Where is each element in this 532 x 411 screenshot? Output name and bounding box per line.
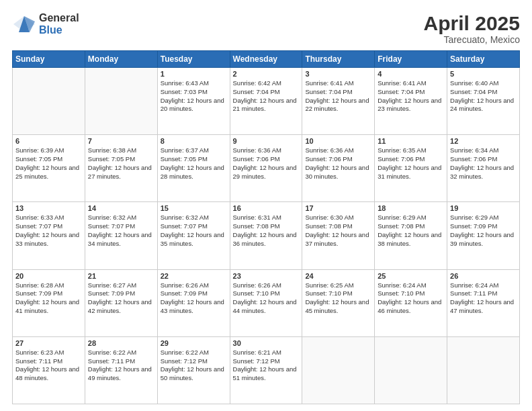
calendar-cell: 6Sunrise: 6:39 AM Sunset: 7:05 PM Daylig… [13,135,85,202]
calendar-cell [447,336,520,404]
day-info: Sunrise: 6:31 AM Sunset: 7:08 PM Dayligh… [233,214,300,248]
day-number: 4 [378,70,444,78]
calendar-cell: 29Sunrise: 6:22 AM Sunset: 7:12 PM Dayli… [157,336,230,404]
day-info: Sunrise: 6:22 AM Sunset: 7:11 PM Dayligh… [88,349,154,383]
day-info: Sunrise: 6:36 AM Sunset: 7:06 PM Dayligh… [305,146,371,181]
calendar-cell: 3Sunrise: 6:41 AM Sunset: 7:04 PM Daylig… [302,68,375,135]
calendar-cell: 17Sunrise: 6:30 AM Sunset: 7:08 PM Dayli… [302,202,375,269]
day-number: 12 [450,137,517,145]
day-info: Sunrise: 6:21 AM Sunset: 7:12 PM Dayligh… [233,349,300,383]
calendar-cell [85,68,157,135]
calendar-cell: 12Sunrise: 6:34 AM Sunset: 7:06 PM Dayli… [447,135,520,202]
day-of-week-header: Thursday [302,51,375,68]
header: General Blue April 2025 Tarecuato, Mexic… [12,12,520,45]
day-info: Sunrise: 6:39 AM Sunset: 7:05 PM Dayligh… [15,146,82,181]
day-number: 18 [378,204,444,212]
day-info: Sunrise: 6:37 AM Sunset: 7:05 PM Dayligh… [161,146,227,181]
day-number: 13 [15,204,82,212]
calendar-cell: 10Sunrise: 6:36 AM Sunset: 7:06 PM Dayli… [302,135,375,202]
day-of-week-header: Saturday [447,51,520,68]
day-number: 19 [450,204,517,212]
day-info: Sunrise: 6:43 AM Sunset: 7:03 PM Dayligh… [161,79,227,113]
calendar-cell: 21Sunrise: 6:27 AM Sunset: 7:09 PM Dayli… [85,269,157,336]
day-number: 22 [161,272,227,280]
day-number: 1 [161,70,227,78]
day-number: 28 [88,339,154,347]
day-info: Sunrise: 6:27 AM Sunset: 7:09 PM Dayligh… [88,281,154,316]
day-number: 26 [450,272,517,280]
day-number: 20 [15,272,82,280]
day-info: Sunrise: 6:34 AM Sunset: 7:06 PM Dayligh… [450,146,517,181]
day-number: 30 [233,339,300,347]
day-info: Sunrise: 6:32 AM Sunset: 7:07 PM Dayligh… [88,214,154,248]
calendar-week-row: 20Sunrise: 6:28 AM Sunset: 7:09 PM Dayli… [13,269,520,336]
calendar-cell: 18Sunrise: 6:29 AM Sunset: 7:08 PM Dayli… [375,202,447,269]
calendar-cell: 28Sunrise: 6:22 AM Sunset: 7:11 PM Dayli… [85,336,157,404]
subtitle: Tarecuato, Mexico [424,34,520,45]
day-number: 10 [305,137,371,145]
logo-blue: Blue [39,24,79,36]
calendar-cell: 22Sunrise: 6:26 AM Sunset: 7:09 PM Dayli… [157,269,230,336]
day-number: 8 [161,137,227,145]
day-info: Sunrise: 6:26 AM Sunset: 7:09 PM Dayligh… [161,281,227,316]
calendar-cell: 4Sunrise: 6:41 AM Sunset: 7:04 PM Daylig… [375,68,447,135]
day-number: 7 [88,137,154,145]
calendar-cell: 16Sunrise: 6:31 AM Sunset: 7:08 PM Dayli… [230,202,302,269]
logo-general: General [39,12,79,24]
calendar-week-row: 1Sunrise: 6:43 AM Sunset: 7:03 PM Daylig… [13,68,520,135]
calendar-week-row: 6Sunrise: 6:39 AM Sunset: 7:05 PM Daylig… [13,135,520,202]
day-of-week-header: Sunday [13,51,85,68]
calendar-cell: 25Sunrise: 6:24 AM Sunset: 7:10 PM Dayli… [375,269,447,336]
calendar-cell: 13Sunrise: 6:33 AM Sunset: 7:07 PM Dayli… [13,202,85,269]
title-block: April 2025 Tarecuato, Mexico [424,12,520,45]
day-info: Sunrise: 6:35 AM Sunset: 7:06 PM Dayligh… [378,146,444,181]
day-info: Sunrise: 6:42 AM Sunset: 7:04 PM Dayligh… [233,79,300,113]
main-title: April 2025 [424,12,520,34]
day-info: Sunrise: 6:29 AM Sunset: 7:09 PM Dayligh… [450,214,517,248]
calendar-cell: 8Sunrise: 6:37 AM Sunset: 7:05 PM Daylig… [157,135,230,202]
day-info: Sunrise: 6:40 AM Sunset: 7:04 PM Dayligh… [450,79,517,113]
day-of-week-header: Tuesday [157,51,230,68]
day-info: Sunrise: 6:38 AM Sunset: 7:05 PM Dayligh… [88,146,154,181]
day-number: 16 [233,204,300,212]
day-number: 5 [450,70,517,78]
calendar-cell: 24Sunrise: 6:25 AM Sunset: 7:10 PM Dayli… [302,269,375,336]
page: General Blue April 2025 Tarecuato, Mexic… [0,0,532,411]
day-info: Sunrise: 6:36 AM Sunset: 7:06 PM Dayligh… [233,146,300,181]
calendar-cell: 7Sunrise: 6:38 AM Sunset: 7:05 PM Daylig… [85,135,157,202]
day-info: Sunrise: 6:22 AM Sunset: 7:12 PM Dayligh… [161,349,227,383]
day-info: Sunrise: 6:26 AM Sunset: 7:10 PM Dayligh… [233,281,300,316]
logo-icon [12,15,36,34]
day-info: Sunrise: 6:24 AM Sunset: 7:11 PM Dayligh… [450,281,517,316]
day-number: 29 [161,339,227,347]
day-number: 27 [15,339,82,347]
day-of-week-header: Wednesday [230,51,302,68]
calendar-cell: 11Sunrise: 6:35 AM Sunset: 7:06 PM Dayli… [375,135,447,202]
calendar-cell: 2Sunrise: 6:42 AM Sunset: 7:04 PM Daylig… [230,68,302,135]
day-info: Sunrise: 6:33 AM Sunset: 7:07 PM Dayligh… [15,214,82,248]
day-number: 2 [233,70,300,78]
day-info: Sunrise: 6:25 AM Sunset: 7:10 PM Dayligh… [305,281,371,316]
day-number: 3 [305,70,371,78]
day-info: Sunrise: 6:41 AM Sunset: 7:04 PM Dayligh… [378,79,444,113]
calendar-cell: 15Sunrise: 6:32 AM Sunset: 7:07 PM Dayli… [157,202,230,269]
calendar-week-row: 13Sunrise: 6:33 AM Sunset: 7:07 PM Dayli… [13,202,520,269]
day-number: 17 [305,204,371,212]
logo: General Blue [12,12,79,36]
calendar-cell: 19Sunrise: 6:29 AM Sunset: 7:09 PM Dayli… [447,202,520,269]
day-of-week-header: Friday [375,51,447,68]
day-info: Sunrise: 6:29 AM Sunset: 7:08 PM Dayligh… [378,214,444,248]
calendar-cell: 26Sunrise: 6:24 AM Sunset: 7:11 PM Dayli… [447,269,520,336]
day-info: Sunrise: 6:41 AM Sunset: 7:04 PM Dayligh… [305,79,371,113]
calendar-cell: 20Sunrise: 6:28 AM Sunset: 7:09 PM Dayli… [13,269,85,336]
calendar-cell: 5Sunrise: 6:40 AM Sunset: 7:04 PM Daylig… [447,68,520,135]
calendar-cell: 27Sunrise: 6:23 AM Sunset: 7:11 PM Dayli… [13,336,85,404]
calendar-cell [302,336,375,404]
day-info: Sunrise: 6:30 AM Sunset: 7:08 PM Dayligh… [305,214,371,248]
day-number: 9 [233,137,300,145]
day-number: 25 [378,272,444,280]
calendar-cell: 14Sunrise: 6:32 AM Sunset: 7:07 PM Dayli… [85,202,157,269]
calendar-cell: 1Sunrise: 6:43 AM Sunset: 7:03 PM Daylig… [157,68,230,135]
day-info: Sunrise: 6:23 AM Sunset: 7:11 PM Dayligh… [15,349,82,383]
day-number: 23 [233,272,300,280]
